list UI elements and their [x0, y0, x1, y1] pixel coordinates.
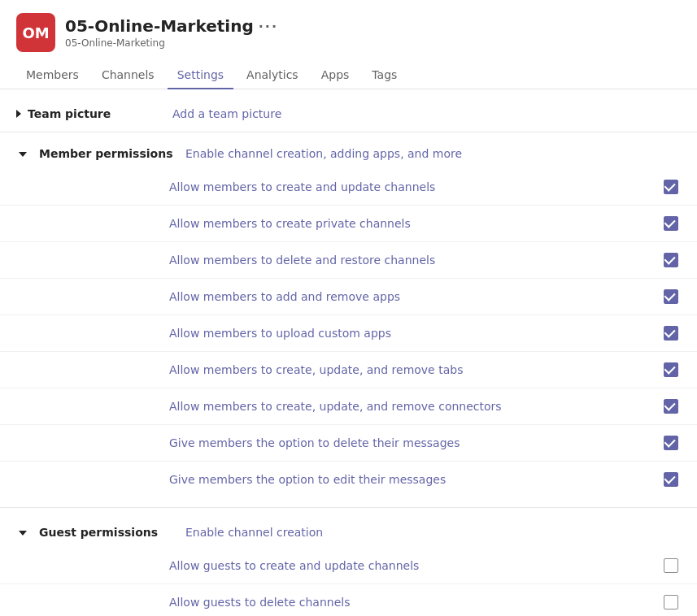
- permission-label: Give members the option to edit their me…: [169, 473, 661, 486]
- team-picture-label: Team picture: [16, 107, 172, 120]
- permission-label: Allow members to upload custom apps: [169, 327, 661, 340]
- guest-permissions-header: Guest permissions Enable channel creatio…: [0, 518, 697, 548]
- permission-label: Allow guests to delete channels: [169, 596, 661, 609]
- checkbox-checked-icon: [664, 472, 678, 487]
- team-header: OM 05-Online-Marketing ··· 05-Online-Mar…: [0, 0, 697, 62]
- permission-label: Allow members to create and update chann…: [169, 180, 661, 193]
- tab-members[interactable]: Members: [16, 62, 89, 89]
- permission-checkbox-1[interactable]: [661, 214, 681, 233]
- guest-permissions-section: Guest permissions Enable channel creatio…: [0, 511, 697, 616]
- team-picture-section: Team picture Add a team picture: [0, 96, 697, 132]
- checkbox-checked-icon: [664, 362, 678, 377]
- table-row: Allow members to create and update chann…: [0, 169, 697, 206]
- nav-tabs: Members Channels Settings Analytics Apps…: [0, 62, 697, 89]
- table-row: Give members the option to delete their …: [0, 425, 697, 462]
- permission-label: Give members the option to delete their …: [169, 436, 661, 449]
- table-row: Allow members to create, update, and rem…: [0, 352, 697, 388]
- permission-checkbox-4[interactable]: [661, 323, 681, 343]
- checkbox-checked-icon: [664, 436, 678, 450]
- table-row: Allow guests to create and update channe…: [0, 548, 697, 584]
- add-team-picture-link[interactable]: Add a team picture: [172, 107, 281, 120]
- permission-label: Allow members to create, update, and rem…: [169, 363, 661, 376]
- table-row: Allow members to create private channels: [0, 206, 697, 242]
- team-name: 05-Online-Marketing ···: [65, 16, 278, 36]
- permission-label: Allow members to add and remove apps: [169, 290, 661, 303]
- member-permissions-subtitle: Enable channel creation, adding apps, an…: [185, 147, 462, 160]
- member-permissions-section: Member permissions Enable channel creati…: [0, 132, 697, 504]
- table-row: Allow members to delete and restore chan…: [0, 242, 697, 279]
- checkbox-checked-icon: [664, 253, 678, 267]
- chevron-down-icon: [19, 531, 27, 536]
- checkbox-unchecked-icon: [664, 558, 678, 573]
- checkbox-checked-icon: [664, 289, 678, 304]
- team-avatar: OM: [16, 13, 55, 52]
- table-row: Give members the option to edit their me…: [0, 462, 697, 497]
- permission-checkbox-3[interactable]: [661, 287, 681, 306]
- header-text: 05-Online-Marketing ··· 05-Online-Market…: [65, 16, 278, 49]
- chevron-down-icon: [19, 152, 27, 157]
- checkbox-checked-icon: [664, 399, 678, 414]
- checkbox-checked-icon: [664, 326, 678, 341]
- team-subtitle: 05-Online-Marketing: [65, 37, 278, 49]
- checkbox-unchecked-icon: [664, 595, 678, 609]
- tab-analytics[interactable]: Analytics: [237, 62, 308, 89]
- ellipsis-menu[interactable]: ···: [259, 19, 278, 34]
- table-row: Allow members to create, update, and rem…: [0, 388, 697, 425]
- table-row: Allow guests to delete channels: [0, 584, 697, 616]
- guest-permission-checkbox-1[interactable]: [661, 592, 681, 612]
- guest-permissions-title: Guest permissions: [39, 526, 185, 539]
- checkbox-checked-icon: [664, 180, 678, 194]
- guest-permissions-subtitle: Enable channel creation: [185, 526, 323, 539]
- member-permissions-header: Member permissions Enable channel creati…: [0, 139, 697, 169]
- chevron-right-icon[interactable]: [16, 110, 21, 118]
- permission-label: Allow guests to create and update channe…: [169, 559, 661, 572]
- checkbox-checked-icon: [664, 216, 678, 231]
- permission-checkbox-2[interactable]: [661, 250, 681, 270]
- permission-checkbox-6[interactable]: [661, 397, 681, 416]
- permission-checkbox-5[interactable]: [661, 360, 681, 380]
- section-divider: [0, 507, 697, 508]
- tab-settings[interactable]: Settings: [168, 62, 233, 89]
- table-row: Allow members to add and remove apps: [0, 279, 697, 315]
- permission-checkbox-7[interactable]: [661, 433, 681, 453]
- permission-checkbox-8[interactable]: [661, 470, 681, 489]
- guest-permissions-toggle[interactable]: [16, 527, 29, 540]
- permission-checkbox-0[interactable]: [661, 177, 681, 197]
- settings-content: Team picture Add a team picture Member p…: [0, 89, 697, 616]
- member-permissions-toggle[interactable]: [16, 148, 29, 161]
- table-row: Allow members to upload custom apps: [0, 315, 697, 352]
- permission-label: Allow members to delete and restore chan…: [169, 254, 661, 267]
- member-permissions-title: Member permissions: [39, 147, 185, 160]
- permission-label: Allow members to create private channels: [169, 217, 661, 230]
- tab-tags[interactable]: Tags: [362, 62, 407, 89]
- guest-permission-checkbox-0[interactable]: [661, 556, 681, 575]
- tab-apps[interactable]: Apps: [311, 62, 359, 89]
- permission-label: Allow members to create, update, and rem…: [169, 400, 661, 413]
- tab-channels[interactable]: Channels: [92, 62, 164, 89]
